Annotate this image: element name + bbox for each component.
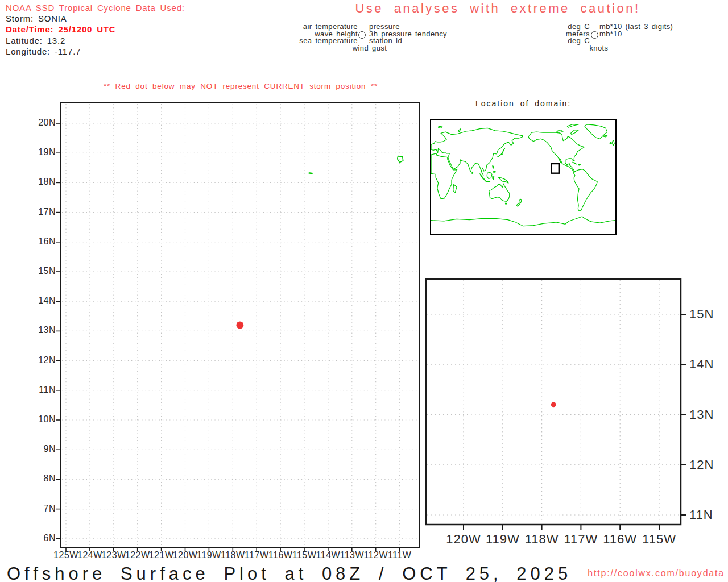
- y-tick-label: 11N: [689, 508, 713, 522]
- storm-position-warning: ** Red dot below may NOT represent CURRE…: [104, 82, 378, 90]
- coastline: [498, 177, 508, 183]
- units-legend-right: mb*10 (last 3 digits) mb*10: [599, 23, 673, 38]
- coastline: [567, 124, 578, 128]
- y-tick-label: 15N: [689, 307, 714, 322]
- y-tick-label: 19N: [22, 147, 56, 157]
- coastline: [520, 199, 522, 203]
- coastline: [493, 165, 494, 169]
- y-tick-label: 12N: [22, 355, 56, 365]
- coastline: [487, 172, 492, 178]
- coastline: [485, 181, 490, 182]
- coastline: [506, 203, 507, 204]
- page-title: Offshore Surface Plot at 08Z / OCT 25, 2…: [7, 564, 572, 582]
- y-tick-label: 15N: [22, 266, 56, 276]
- coastline: [453, 184, 457, 193]
- coastline: [578, 164, 581, 165]
- y-tick-label: 10N: [22, 414, 56, 425]
- storm-dot-main: [236, 321, 243, 329]
- y-tick-label: 17N: [22, 207, 56, 217]
- storm-dot-inset: [551, 402, 556, 407]
- coastline: [439, 126, 442, 128]
- world-map-svg: [431, 120, 615, 234]
- coastline: [573, 169, 597, 211]
- source-url-link[interactable]: http://coolwx.com/buoydata: [588, 568, 725, 579]
- domain-rectangle: [551, 164, 559, 173]
- data-source-line: NOAA SSD Tropical Cyclone Data Used:: [6, 2, 185, 13]
- units-legend-left: deg C meters deg C: [566, 23, 590, 45]
- legend-mb10: mb*10: [599, 31, 673, 38]
- coastline: [498, 148, 505, 157]
- coastline: [516, 203, 520, 207]
- y-tick-label: 8N: [22, 473, 56, 484]
- storm-name-line: Storm: SONIA: [6, 13, 185, 24]
- coastline: [458, 129, 461, 132]
- coastline: [610, 142, 611, 144]
- longitude-line: Longitude: -117.7: [6, 46, 185, 57]
- y-tick-label: 9N: [22, 444, 56, 454]
- world-map: [430, 119, 617, 235]
- legend-degc-bottom: deg C: [566, 38, 590, 45]
- station-circle-icon: [358, 31, 366, 39]
- station-legend-right: pressure 3h pressure tendency station id: [369, 23, 447, 45]
- coastline: [472, 172, 473, 173]
- latitude-line: Latitude: 13.2: [6, 35, 185, 46]
- storm-info-block: NOAA SSD Tropical Cyclone Data Used: Sto…: [6, 2, 185, 57]
- y-tick-label: 12N: [689, 458, 714, 472]
- coastline: [559, 159, 562, 163]
- x-tick-label: 115W: [636, 532, 682, 547]
- y-tick-label: 20N: [22, 118, 56, 128]
- coastline: [493, 176, 494, 180]
- coastline: [431, 128, 523, 175]
- coastline: [494, 171, 496, 173]
- y-tick-label: 13N: [689, 408, 714, 422]
- island-outline: [398, 156, 403, 163]
- y-tick-label: 16N: [22, 236, 56, 247]
- legend-knots: knots: [570, 45, 627, 52]
- station-legend-left: air temperature wave height sea temperat…: [299, 23, 358, 45]
- coastline: [572, 162, 576, 164]
- y-tick-label: 18N: [22, 177, 56, 187]
- domain-map-title: Location of domain:: [475, 99, 571, 108]
- coastline: [528, 132, 584, 172]
- y-tick-label: 14N: [689, 357, 714, 372]
- coastline: [431, 217, 615, 226]
- coastline: [557, 130, 564, 132]
- y-tick-label: 14N: [22, 296, 56, 306]
- datetime-line: Date/Time: 25/1200 UTC: [6, 24, 185, 35]
- y-tick-label: 7N: [22, 504, 56, 514]
- inset-plot-border: [426, 279, 681, 525]
- y-tick-label: 13N: [22, 325, 56, 335]
- coastline: [612, 140, 615, 146]
- y-tick-label: 11N: [22, 385, 56, 395]
- legend-sea-temperature: sea temperature: [299, 38, 358, 45]
- coastline: [489, 184, 510, 201]
- caution-banner: Use analyses with extreme caution!: [355, 1, 640, 16]
- legend-wind-gust: wind gust: [341, 45, 398, 52]
- units-circle-icon: [591, 31, 598, 39]
- offshore-surface-plot-page: NOAA SSD Tropical Cyclone Data Used: Sto…: [0, 0, 728, 582]
- main-plot-border: [61, 103, 419, 547]
- island-mark: [309, 173, 313, 173]
- y-tick-label: 6N: [22, 533, 56, 543]
- x-tick-label: 111W: [383, 550, 417, 560]
- coastline: [571, 130, 579, 135]
- coastline: [431, 153, 457, 199]
